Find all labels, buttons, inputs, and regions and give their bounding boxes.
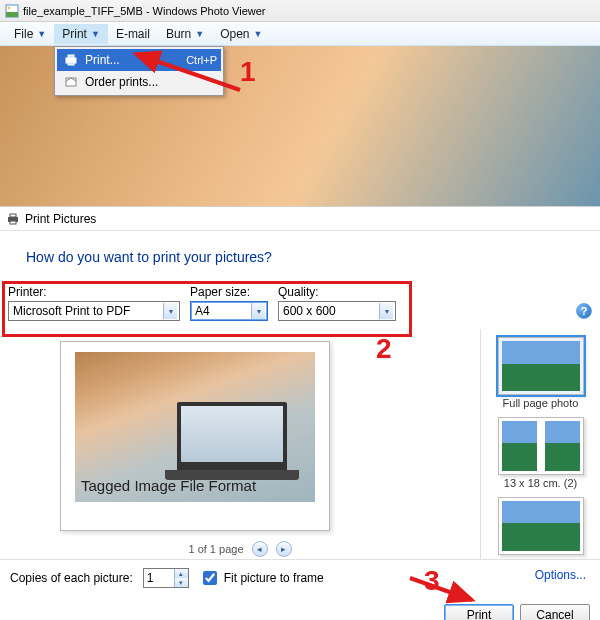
wpv-menubar: File▼ Print▼ E-mail Burn▼ Open▼	[0, 22, 600, 46]
layout-item-13x18[interactable]: 13 x 18 cm. (2)	[487, 417, 594, 489]
help-icon[interactable]: ?	[576, 303, 592, 319]
print-main-area: Tagged Image File Format 1 of 1 page ◂ ▸…	[0, 329, 600, 559]
menu-file[interactable]: File▼	[6, 24, 54, 44]
print-heading: How do you want to print your pictures?	[0, 231, 600, 279]
quality-label: Quality:	[278, 285, 396, 299]
print-pictures-title: Print Pictures	[25, 212, 96, 226]
svg-rect-5	[68, 62, 74, 65]
order-prints-icon	[61, 75, 81, 89]
copies-label: Copies of each picture:	[10, 571, 133, 585]
copies-down-button[interactable]: ▾	[174, 578, 188, 587]
menu-email[interactable]: E-mail	[108, 24, 158, 44]
preview-laptop-graphic	[177, 402, 287, 472]
menu-open[interactable]: Open▼	[212, 24, 270, 44]
copies-stepper[interactable]: ▴ ▾	[143, 568, 189, 588]
svg-rect-10	[10, 221, 16, 224]
next-page-button[interactable]: ▸	[276, 541, 292, 557]
menu-print[interactable]: Print▼	[54, 24, 108, 44]
chevron-down-icon: ▾	[379, 303, 393, 319]
pager: 1 of 1 page ◂ ▸	[0, 541, 480, 557]
caret-icon: ▼	[91, 29, 100, 39]
printer-icon	[61, 53, 81, 67]
print-button[interactable]: Print	[444, 604, 514, 620]
chevron-down-icon: ▾	[163, 303, 177, 319]
prev-page-button[interactable]: ◂	[252, 541, 268, 557]
fit-checkbox-input[interactable]	[203, 571, 217, 585]
svg-point-2	[8, 6, 11, 9]
printer-select[interactable]: Microsoft Print to PDF ▾	[8, 301, 180, 321]
copies-up-button[interactable]: ▴	[174, 569, 188, 578]
copies-input[interactable]	[144, 571, 174, 585]
print-settings-row: Printer: Microsoft Print to PDF ▾ Paper …	[0, 279, 600, 329]
dropdown-item-print[interactable]: Print... Ctrl+P	[57, 49, 221, 71]
image-file-icon	[5, 4, 19, 18]
print-pictures-titlebar: Print Pictures	[0, 207, 600, 231]
dropdown-item-order-prints[interactable]: Order prints...	[57, 71, 221, 93]
paper-size-label: Paper size:	[190, 285, 268, 299]
layout-item-full-page[interactable]: Full page photo	[487, 337, 594, 409]
chevron-down-icon: ▾	[251, 303, 265, 319]
pager-text: 1 of 1 page	[188, 543, 243, 555]
fit-to-frame-checkbox[interactable]: Fit picture to frame	[199, 568, 324, 588]
caret-icon: ▼	[254, 29, 263, 39]
print-accelerator: Ctrl+P	[186, 54, 217, 66]
caret-icon: ▼	[37, 29, 46, 39]
print-footer-buttons: Print Cancel	[0, 596, 600, 620]
window-title: file_example_TIFF_5MB - Windows Photo Vi…	[23, 5, 266, 17]
printer-icon	[6, 212, 20, 226]
preview-caption: Tagged Image File Format	[81, 477, 256, 494]
caret-icon: ▼	[195, 29, 204, 39]
svg-rect-1	[6, 12, 18, 17]
print-footer-options: Copies of each picture: ▴ ▾ Fit picture …	[0, 559, 600, 596]
options-link[interactable]: Options...	[535, 568, 586, 582]
svg-rect-6	[66, 78, 76, 86]
wpv-titlebar: file_example_TIFF_5MB - Windows Photo Vi…	[0, 0, 600, 22]
print-pictures-window: Print Pictures How do you want to print …	[0, 206, 600, 620]
paper-size-select[interactable]: A4 ▾	[190, 301, 268, 321]
svg-rect-9	[10, 214, 16, 217]
quality-select[interactable]: 600 x 600 ▾	[278, 301, 396, 321]
printer-label: Printer:	[8, 285, 180, 299]
menu-burn[interactable]: Burn▼	[158, 24, 212, 44]
layout-list[interactable]: Full page photo 13 x 18 cm. (2) 20 x 25 …	[480, 329, 600, 559]
print-dropdown: Print... Ctrl+P Order prints...	[54, 46, 224, 96]
layout-item-20x25[interactable]: 20 x 25 cm. (1)	[487, 497, 594, 559]
preview-photo: Tagged Image File Format	[75, 352, 315, 502]
preview-pane: Tagged Image File Format 1 of 1 page ◂ ▸	[0, 329, 480, 559]
svg-rect-4	[68, 55, 74, 58]
cancel-button[interactable]: Cancel	[520, 604, 590, 620]
preview-page: Tagged Image File Format	[60, 341, 330, 531]
